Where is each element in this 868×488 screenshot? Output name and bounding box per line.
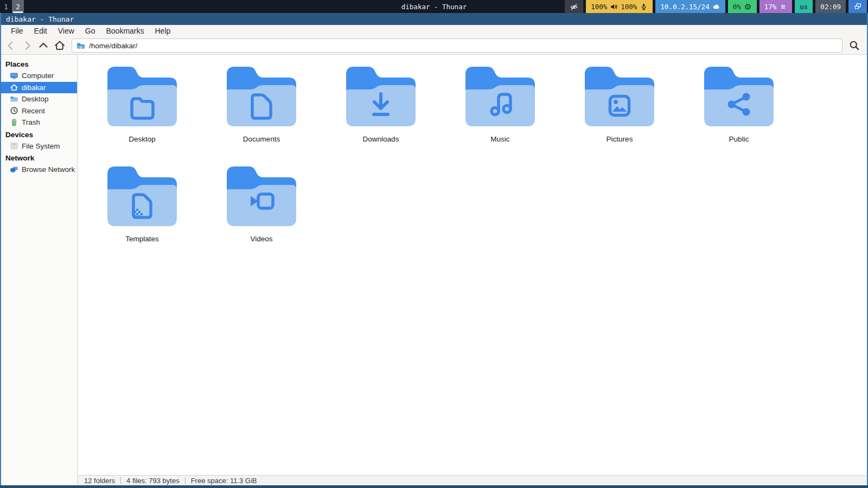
current-path: /home/dibakar/ <box>89 42 137 50</box>
clock-block: 02:09 <box>815 0 846 13</box>
back-icon <box>5 40 17 52</box>
sidebar-item-label: dibakar <box>22 84 46 92</box>
sidebar-header-network: Network <box>1 152 77 164</box>
window-titlebar[interactable]: dibakar - Thunar <box>1 13 867 25</box>
sidebar-header-places: Places <box>1 58 77 70</box>
cpu-chip-icon <box>744 3 752 11</box>
menu-view[interactable]: View <box>53 27 80 35</box>
sidebar-item-label: Trash <box>22 118 40 126</box>
keyboard-layout-block: us <box>795 0 813 13</box>
forward-button[interactable] <box>20 38 35 53</box>
window-title: dibakar - Thunar <box>6 15 74 23</box>
audio-block: 100% 100% <box>586 0 653 13</box>
path-bar[interactable]: /home/dibakar/ <box>72 38 843 53</box>
recent-icon <box>10 106 18 115</box>
workspace-switcher: 12 <box>0 0 24 13</box>
sidebar-item-trash[interactable]: Trash <box>1 117 77 129</box>
workspace-2[interactable]: 2 <box>12 0 24 13</box>
content-area: Places Computer dibakar Desktop Recent T… <box>1 55 867 485</box>
computer-icon <box>10 72 18 80</box>
file-item-downloads[interactable]: Downloads <box>321 62 441 162</box>
sidebar-item-file-system[interactable]: File System <box>1 140 77 152</box>
status-folder-count: 12 folders <box>84 477 115 485</box>
memory-block: 17% <box>760 0 793 13</box>
sidebar-item-desktop[interactable]: Desktop <box>1 93 77 105</box>
forward-icon <box>21 40 33 52</box>
side-pane: Places Computer dibakar Desktop Recent T… <box>1 55 78 485</box>
privacy-block <box>565 0 583 13</box>
folder-file-icon <box>227 62 296 132</box>
menu-edit[interactable]: Edit <box>29 27 53 35</box>
filesystem-icon <box>10 142 18 150</box>
file-label: Desktop <box>129 135 156 143</box>
folder-image-icon <box>585 62 654 132</box>
mic-level: 100% <box>621 3 637 11</box>
sidebar-item-recent[interactable]: Recent <box>1 105 77 117</box>
menu-file[interactable]: File <box>5 27 29 35</box>
sidebar-item-browse-network[interactable]: Browse Network <box>1 164 77 176</box>
keyboard-layout: us <box>800 3 808 11</box>
file-label: Music <box>490 135 509 143</box>
trash-icon <box>10 118 18 127</box>
window-bottom-border <box>0 485 868 488</box>
memory-bars-icon <box>779 3 787 11</box>
sidebar-item-computer[interactable]: Computer <box>1 70 77 82</box>
workspace-label: 2 <box>16 3 20 11</box>
file-label: Documents <box>243 135 280 143</box>
workspace-label: 1 <box>4 3 8 11</box>
memory-usage: 17% <box>764 3 777 11</box>
eye-slash-icon <box>570 2 578 11</box>
status-divider <box>185 477 186 484</box>
network-block: 10.0.2.15/24 <box>655 0 725 13</box>
file-label: Pictures <box>607 135 633 143</box>
status-free-space: Free space: 11.3 GiB <box>191 477 257 485</box>
folder-folder-icon <box>107 62 177 132</box>
file-label: Downloads <box>363 135 399 143</box>
file-item-music[interactable]: Music <box>441 62 560 162</box>
folder-video-icon <box>227 162 296 232</box>
toolbar: /home/dibakar/ <box>1 37 867 55</box>
file-item-public[interactable]: Public <box>679 62 799 162</box>
sidebar-header-devices: Devices <box>1 129 77 140</box>
speaker-icon <box>610 3 618 11</box>
file-item-pictures[interactable]: Pictures <box>560 62 679 162</box>
menu-help[interactable]: Help <box>150 27 176 35</box>
cloud-icon <box>712 3 720 11</box>
menu-go[interactable]: Go <box>80 27 101 35</box>
microphone-icon <box>640 3 648 11</box>
folder-share-icon <box>704 62 774 132</box>
sidebar-item-label: Browse Network <box>22 165 75 174</box>
system-bar: 12 dibakar - Thunar 100% 100% 10.0.2.15/… <box>0 0 868 13</box>
sidebar-item-label: File System <box>22 142 60 150</box>
sidebar-item-dibakar[interactable]: dibakar <box>1 82 77 94</box>
back-button[interactable] <box>3 38 18 53</box>
workspace-1[interactable]: 1 <box>0 0 12 13</box>
thunar-window: dibakar - Thunar FileEditViewGoBookmarks… <box>0 13 868 485</box>
menubar: FileEditViewGoBookmarksHelp <box>1 25 867 37</box>
home-button[interactable] <box>52 38 67 53</box>
file-icon-view[interactable]: Desktop Documents Downloads Music Pictur… <box>78 55 867 475</box>
folder-desktop-icon <box>10 95 18 104</box>
ip-address: 10.0.2.15/24 <box>660 3 709 11</box>
main-pane: Desktop Documents Downloads Music Pictur… <box>78 55 867 485</box>
sidebar-item-label: Desktop <box>22 95 49 103</box>
clock-time: 02:09 <box>820 3 841 11</box>
sidebar-item-label: Recent <box>22 107 45 115</box>
file-item-desktop[interactable]: Desktop <box>82 62 202 162</box>
file-label: Public <box>729 135 749 143</box>
sidebar-item-label: Computer <box>22 72 54 80</box>
file-item-templates[interactable]: Templates <box>82 162 202 262</box>
folder-music-icon <box>465 62 535 132</box>
status-file-count: 4 files: 793 bytes <box>126 477 180 485</box>
home-icon <box>10 83 18 92</box>
tray-block[interactable] <box>848 0 867 13</box>
file-label: Templates <box>125 235 159 243</box>
file-label: Videos <box>250 235 272 243</box>
search-button[interactable] <box>846 38 863 53</box>
cpu-usage: 0% <box>733 3 741 11</box>
file-item-documents[interactable]: Documents <box>202 62 321 162</box>
file-item-videos[interactable]: Videos <box>202 162 321 262</box>
up-button[interactable] <box>36 38 51 53</box>
menu-bookmarks[interactable]: Bookmarks <box>100 27 149 35</box>
up-icon <box>37 40 49 52</box>
